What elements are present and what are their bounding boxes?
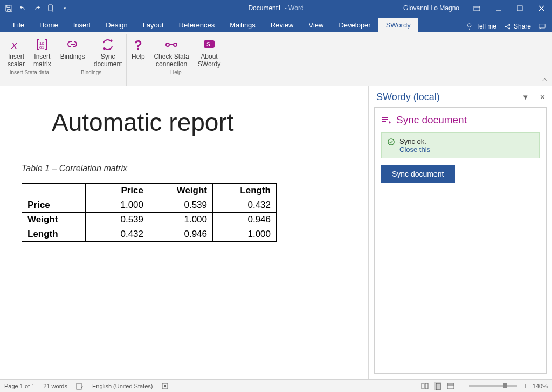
tab-view[interactable]: View — [301, 18, 331, 32]
tab-swordy[interactable]: SWordy — [378, 18, 418, 32]
svg-text:01: 01 — [39, 45, 44, 50]
col-header: Length — [213, 184, 277, 198]
table-row: Length 0.4320.9461.000 — [22, 227, 277, 242]
help-icon: ? — [131, 37, 145, 53]
svg-rect-1 — [474, 6, 480, 11]
svg-point-3 — [467, 23, 471, 27]
tab-home[interactable]: Home — [32, 18, 66, 32]
svg-rect-17 — [77, 383, 81, 389]
sync-document-button[interactable]: Syncdocument — [89, 34, 127, 68]
link-icon — [66, 37, 80, 53]
svg-point-12 — [166, 43, 169, 46]
undo-icon[interactable] — [18, 4, 27, 12]
alert-message: Sync ok. — [399, 137, 430, 145]
connection-icon — [164, 37, 178, 53]
save-icon[interactable] — [4, 4, 13, 12]
table-row: Weight 0.5391.0000.946 — [22, 213, 277, 227]
proofing-icon[interactable] — [76, 382, 84, 390]
title-bar: ▾ Document1 - Word Giovanni Lo Magno — [0, 0, 552, 16]
macro-icon[interactable] — [161, 382, 169, 390]
close-alert-link[interactable]: Close this — [399, 145, 430, 153]
web-layout-icon[interactable] — [447, 382, 454, 390]
zoom-level[interactable]: 140% — [533, 383, 548, 389]
zoom-out-button[interactable]: − — [460, 382, 464, 390]
print-layout-icon[interactable] — [434, 382, 441, 390]
svg-rect-7 — [539, 24, 545, 27]
tab-design[interactable]: Design — [98, 18, 135, 32]
insert-scalar-button[interactable]: x Insertscalar — [3, 34, 29, 68]
col-header: Price — [86, 184, 149, 198]
tab-references[interactable]: References — [171, 18, 222, 32]
svg-rect-20 — [436, 383, 440, 390]
tab-layout[interactable]: Layout — [135, 18, 171, 32]
share-button[interactable]: Share — [504, 23, 531, 30]
zoom-slider[interactable] — [469, 385, 518, 387]
comments-icon[interactable] — [539, 23, 546, 30]
svg-point-4 — [505, 25, 507, 27]
group-label-help: Help — [127, 68, 225, 77]
correlation-table: Price Weight Length Price 1.0000.5390.43… — [22, 183, 277, 242]
document-area[interactable]: Automatic report Table 1 – Correlation m… — [0, 86, 369, 379]
svg-point-5 — [508, 24, 510, 25]
pane-heading: Sync document — [381, 114, 540, 126]
document-title: Document1 — [248, 4, 281, 12]
tell-me[interactable]: Tell me — [466, 23, 496, 30]
pane-title: SWordy (local) — [376, 92, 440, 103]
group-label-insert-stata: Insert Stata data — [3, 68, 56, 77]
svg-text:?: ? — [134, 38, 142, 52]
read-mode-icon[interactable] — [421, 382, 429, 390]
zoom-in-button[interactable]: + — [523, 382, 527, 390]
pane-menu-icon[interactable]: ▼ — [522, 93, 529, 101]
about-icon: S — [202, 37, 216, 53]
tab-mailings[interactable]: Mailings — [222, 18, 263, 32]
check-icon — [387, 138, 395, 146]
user-name[interactable]: Giovanni Lo Magno — [403, 4, 459, 12]
pane-close-icon[interactable]: ✕ — [540, 93, 546, 101]
status-bar: Page 1 of 1 21 words English (United Sta… — [0, 379, 552, 392]
matrix-icon: 1001 — [35, 37, 49, 53]
svg-text:S: S — [206, 41, 210, 47]
tab-review[interactable]: Review — [263, 18, 301, 32]
collapse-ribbon-icon[interactable]: ㅅ — [542, 75, 548, 83]
check-stata-button[interactable]: Check Stataconnection — [149, 34, 193, 68]
svg-rect-2 — [518, 6, 522, 11]
close-icon[interactable] — [530, 0, 552, 16]
redo-icon[interactable] — [32, 4, 41, 12]
table-caption: Table 1 – Correlation matrix — [22, 164, 347, 173]
bindings-button[interactable]: Bindings — [56, 34, 89, 68]
table-row: Price 1.0000.5390.432 — [22, 198, 277, 213]
document-heading: Automatic report — [52, 108, 347, 137]
side-pane: SWordy (local) ▼ ✕ Sync document Sync ok… — [369, 86, 552, 379]
scalar-icon: x — [9, 37, 23, 53]
maximize-icon[interactable] — [509, 0, 530, 16]
page-indicator[interactable]: Page 1 of 1 — [4, 383, 34, 389]
sync-doc-icon — [381, 116, 392, 124]
language-indicator[interactable]: English (United States) — [92, 383, 153, 389]
touch-mode-icon[interactable] — [46, 4, 55, 12]
svg-rect-19 — [164, 385, 166, 387]
insert-matrix-button[interactable]: 1001 Insertmatrix — [29, 34, 56, 68]
sync-icon — [101, 37, 115, 53]
tab-file[interactable]: File — [5, 18, 32, 32]
svg-point-13 — [174, 43, 177, 46]
ribbon-tabs: File Home Insert Design Layout Reference… — [0, 16, 552, 32]
ribbon-display-icon[interactable] — [466, 0, 487, 16]
sync-alert: Sync ok. Close this — [381, 132, 540, 158]
svg-text:x: x — [11, 38, 18, 52]
sync-document-action-button[interactable]: Sync document — [381, 165, 455, 183]
svg-rect-0 — [48, 4, 52, 10]
app-name: - Word — [285, 4, 304, 12]
tab-insert[interactable]: Insert — [66, 18, 99, 32]
about-swordy-button[interactable]: S AboutSWordy — [194, 34, 225, 68]
word-count[interactable]: 21 words — [43, 383, 67, 389]
svg-rect-21 — [447, 383, 454, 389]
col-header: Weight — [149, 184, 213, 198]
minimize-icon[interactable] — [487, 0, 509, 16]
ribbon: x Insertscalar 1001 Insertmatrix Insert … — [0, 32, 552, 86]
qat-customize-icon[interactable]: ▾ — [60, 4, 69, 12]
tab-developer[interactable]: Developer — [331, 18, 378, 32]
svg-point-6 — [508, 27, 510, 29]
help-button[interactable]: ? Help — [127, 34, 149, 68]
group-label-bindings: Bindings — [56, 68, 127, 77]
